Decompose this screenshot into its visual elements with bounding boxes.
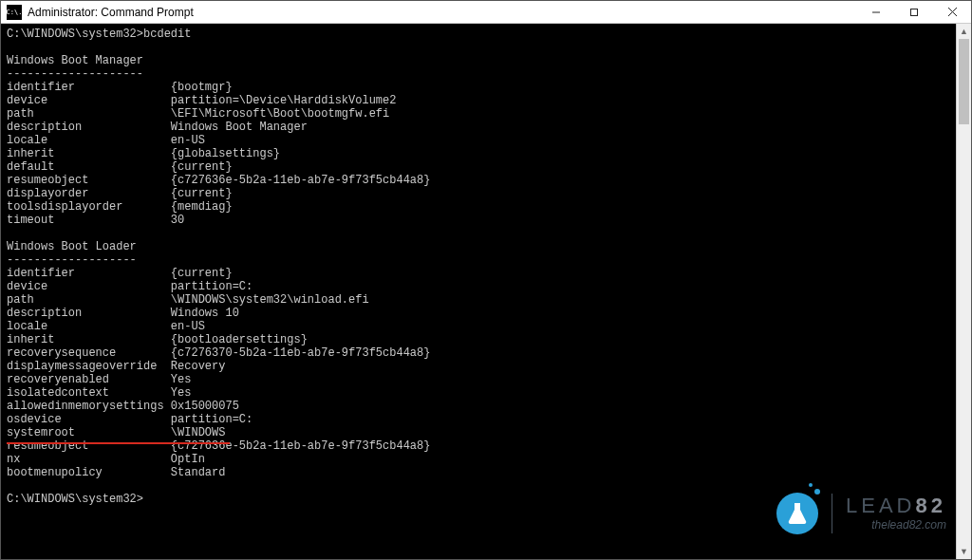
- console-area: C:\WINDOWS\system32>bcdedit Windows Boot…: [1, 24, 971, 559]
- scroll-up-button[interactable]: ▲: [957, 24, 971, 39]
- scrollbar-thumb[interactable]: [959, 39, 969, 124]
- console-output[interactable]: C:\WINDOWS\system32>bcdedit Windows Boot…: [1, 24, 956, 559]
- svg-rect-1: [911, 9, 918, 15]
- cmd-icon: C:\.: [7, 5, 22, 20]
- maximize-button[interactable]: [895, 1, 933, 23]
- close-button[interactable]: [933, 1, 971, 23]
- maximize-icon: [909, 8, 919, 17]
- vertical-scrollbar[interactable]: ▲ ▼: [956, 24, 971, 559]
- close-icon: [947, 7, 958, 17]
- titlebar[interactable]: C:\. Administrator: Command Prompt: [1, 1, 971, 24]
- window-controls: [857, 1, 971, 23]
- window-title: Administrator: Command Prompt: [28, 6, 194, 19]
- scroll-down-button[interactable]: ▼: [957, 544, 971, 559]
- minimize-icon: [871, 8, 881, 17]
- cmd-window: C:\. Administrator: Command Prompt C:\WI…: [0, 0, 972, 560]
- scrollbar-track[interactable]: [957, 39, 971, 544]
- minimize-button[interactable]: [857, 1, 895, 23]
